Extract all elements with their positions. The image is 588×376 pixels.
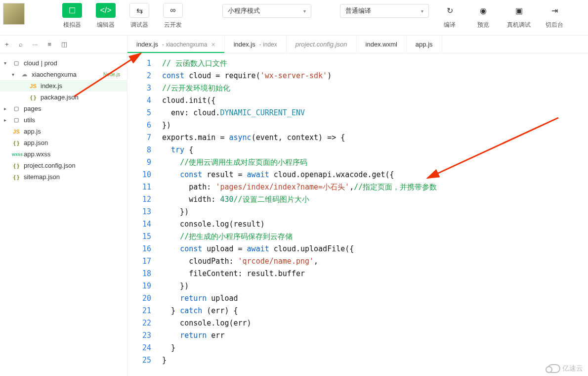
settings-icon: ⇆ [129, 3, 149, 18]
tabs-host: index.js - xiaochengxuma×index.js - inde… [127, 36, 588, 53]
avatar[interactable] [3, 3, 25, 25]
folder-icon: ▢ [12, 117, 21, 123]
link-icon: ∞ [163, 3, 183, 18]
switch-icon: ⇥ [545, 3, 564, 18]
tree-item-utils[interactable]: ▸▢utils [0, 114, 127, 126]
cloud-icon: ☁ [20, 71, 29, 78]
js-icon: JS [12, 129, 21, 135]
folder-icon: ▢ [12, 105, 21, 112]
toolbar-left-group: ☐ 模拟器 </> 编辑器 ⇆ 调试器 ∞ 云开发 [56, 3, 189, 29]
phone-icon: ☐ [62, 3, 82, 18]
code-icon: </> [96, 3, 116, 18]
watermark-icon [547, 364, 560, 373]
chevron-down-icon: ▾ [303, 8, 306, 14]
eye-icon: ◉ [473, 3, 493, 18]
close-icon[interactable]: × [211, 41, 215, 48]
chevron-down-icon: ▾ [421, 8, 423, 14]
cloud-dev-button[interactable]: ∞ 云开发 [157, 3, 189, 29]
more-icon[interactable]: ··· [33, 41, 38, 48]
tab-index-js[interactable]: index.js - xiaochengxuma× [127, 36, 225, 53]
tree-item-pages[interactable]: ▸▢pages [0, 103, 127, 114]
tree-item-app-wxss[interactable]: wxssapp.wxss [0, 148, 127, 160]
new-file-icon[interactable]: + [5, 41, 9, 48]
tree-item-app-js[interactable]: JSapp.js [0, 126, 127, 137]
refresh-icon: ↻ [440, 3, 460, 18]
search-icon[interactable]: ⌕ [19, 41, 23, 48]
debugger-button[interactable]: ⇆ 调试器 [124, 3, 155, 29]
nodejs-badge: Node.js [103, 72, 120, 77]
compile-button[interactable]: ↻ 编译 [434, 3, 465, 29]
code-editor[interactable]: 1234567891011121314151617181920212223242… [127, 53, 588, 376]
line-gutter: 1234567891011121314151617181920212223242… [127, 53, 158, 376]
file-tree[interactable]: ▾▢cloud | prod▾☁xiaochengxumaNode.jsJSin… [0, 53, 127, 376]
code-content[interactable]: // 云函数入口文件const cloud = require('wx-serv… [158, 53, 437, 376]
wxss-icon: wxss [12, 152, 21, 157]
tab-index-wxml[interactable]: index.wxml [357, 36, 407, 53]
switch-bg-button[interactable]: ⇥ 切后台 [539, 3, 570, 29]
watermark: 亿速云 [547, 364, 583, 373]
simulator-button[interactable]: ☐ 模拟器 [56, 3, 88, 29]
json-icon: { } [12, 163, 21, 169]
json-icon: { } [12, 174, 21, 180]
tree-item-index-js[interactable]: JSindex.js [0, 80, 127, 92]
tree-item-xiaochengxuma[interactable]: ▾☁xiaochengxumaNode.js [0, 69, 127, 80]
split-icon[interactable]: ◫ [61, 41, 67, 48]
file-actions: + ⌕ ··· ≡ ◫ [0, 36, 127, 53]
tab-project-config-json[interactable]: project.config.json [287, 36, 357, 53]
json-icon: { } [29, 94, 38, 100]
folder-icon: ▢ [12, 60, 21, 66]
main-area: ▾▢cloud | prod▾☁xiaochengxumaNode.jsJSin… [0, 53, 588, 376]
tree-item-project-config-json[interactable]: { }project.config.json [0, 160, 127, 171]
toolbar-right-group: ↻ 编译 ◉ 预览 ▣ 真机调试 ⇥ 切后台 [434, 3, 570, 29]
mode-dropdown[interactable]: 小程序模式 ▾ [222, 4, 311, 18]
json-icon: { } [12, 140, 21, 146]
tab-index-js[interactable]: index.js - index [225, 36, 287, 53]
tree-item-cloud-prod[interactable]: ▾▢cloud | prod [0, 57, 127, 69]
tree-item-app-json[interactable]: { }app.json [0, 137, 127, 148]
tab-row: + ⌕ ··· ≡ ◫ index.js - xiaochengxuma×ind… [0, 36, 588, 53]
top-toolbar: ☐ 模拟器 </> 编辑器 ⇆ 调试器 ∞ 云开发 小程序模式 ▾ 普通编译 ▾… [0, 0, 588, 36]
remote-debug-button[interactable]: ▣ 真机调试 [501, 3, 537, 29]
editor-button[interactable]: </> 编辑器 [90, 3, 122, 29]
tab-app-js[interactable]: app.js [407, 36, 442, 53]
js-icon: JS [29, 83, 38, 89]
preview-button[interactable]: ◉ 预览 [467, 3, 499, 29]
outline-icon[interactable]: ≡ [47, 41, 51, 48]
compile-dropdown[interactable]: 普通编译 ▾ [340, 4, 429, 18]
device-icon: ▣ [509, 3, 529, 18]
tree-item-package-json[interactable]: { }package.json [0, 92, 127, 103]
tree-item-sitemap-json[interactable]: { }sitemap.json [0, 171, 127, 183]
